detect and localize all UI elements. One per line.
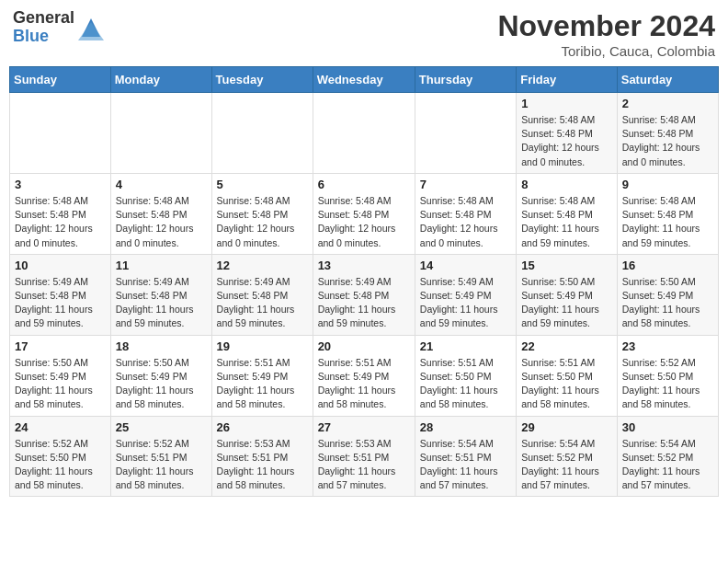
days-of-week-row: SundayMondayTuesdayWednesdayThursdayFrid…	[10, 67, 719, 93]
day-info: Sunrise: 5:48 AM Sunset: 5:48 PM Dayligh…	[217, 194, 308, 250]
day-number: 11	[116, 259, 207, 272]
calendar-cell	[313, 93, 415, 174]
calendar-cell: 29Sunrise: 5:54 AM Sunset: 5:52 PM Dayli…	[517, 416, 618, 497]
day-info: Sunrise: 5:52 AM Sunset: 5:50 PM Dayligh…	[622, 356, 713, 412]
day-number: 9	[622, 178, 713, 191]
calendar-cell: 19Sunrise: 5:51 AM Sunset: 5:49 PM Dayli…	[211, 335, 313, 416]
calendar-cell: 26Sunrise: 5:53 AM Sunset: 5:51 PM Dayli…	[211, 416, 313, 497]
logo: General Blue	[13, 9, 104, 46]
day-number: 7	[420, 178, 511, 191]
day-number: 26	[217, 420, 308, 434]
day-info: Sunrise: 5:48 AM Sunset: 5:48 PM Dayligh…	[622, 194, 713, 250]
location: Toribio, Cauca, Colombia	[497, 43, 715, 59]
day-info: Sunrise: 5:54 AM Sunset: 5:52 PM Dayligh…	[521, 437, 612, 493]
day-number: 15	[521, 259, 612, 272]
day-number: 24	[15, 420, 106, 434]
day-info: Sunrise: 5:48 AM Sunset: 5:48 PM Dayligh…	[622, 113, 713, 169]
calendar-cell: 12Sunrise: 5:49 AM Sunset: 5:48 PM Dayli…	[211, 254, 313, 335]
day-info: Sunrise: 5:54 AM Sunset: 5:52 PM Dayligh…	[622, 437, 713, 493]
week-row-0: 1Sunrise: 5:48 AM Sunset: 5:48 PM Daylig…	[10, 93, 719, 174]
calendar-cell: 2Sunrise: 5:48 AM Sunset: 5:48 PM Daylig…	[617, 93, 718, 174]
day-info: Sunrise: 5:51 AM Sunset: 5:50 PM Dayligh…	[420, 356, 511, 412]
calendar-cell: 24Sunrise: 5:52 AM Sunset: 5:50 PM Dayli…	[10, 416, 111, 497]
day-info: Sunrise: 5:52 AM Sunset: 5:50 PM Dayligh…	[15, 437, 106, 493]
day-header-thursday: Thursday	[415, 67, 516, 93]
calendar-cell: 28Sunrise: 5:54 AM Sunset: 5:51 PM Dayli…	[415, 416, 516, 497]
day-header-monday: Monday	[110, 67, 211, 93]
calendar-cell: 20Sunrise: 5:51 AM Sunset: 5:49 PM Dayli…	[313, 335, 415, 416]
day-number: 2	[622, 97, 713, 110]
day-number: 19	[217, 339, 308, 353]
day-info: Sunrise: 5:48 AM Sunset: 5:48 PM Dayligh…	[420, 194, 511, 250]
calendar-cell	[110, 93, 211, 174]
day-header-tuesday: Tuesday	[211, 67, 313, 93]
day-number: 14	[420, 259, 511, 272]
day-number: 28	[420, 420, 511, 434]
day-number: 8	[521, 178, 612, 191]
day-number: 1	[521, 97, 612, 110]
calendar-cell: 25Sunrise: 5:52 AM Sunset: 5:51 PM Dayli…	[110, 416, 211, 497]
day-header-friday: Friday	[517, 67, 618, 93]
page-header: General Blue November 2024 Toribio, Cauc…	[9, 9, 719, 59]
calendar-cell: 16Sunrise: 5:50 AM Sunset: 5:49 PM Dayli…	[617, 254, 718, 335]
calendar-cell: 9Sunrise: 5:48 AM Sunset: 5:48 PM Daylig…	[617, 173, 718, 254]
calendar-cell: 8Sunrise: 5:48 AM Sunset: 5:48 PM Daylig…	[517, 173, 618, 254]
day-number: 13	[318, 259, 410, 272]
day-number: 21	[420, 339, 511, 353]
day-info: Sunrise: 5:51 AM Sunset: 5:49 PM Dayligh…	[217, 356, 308, 412]
day-number: 27	[318, 420, 410, 434]
day-header-saturday: Saturday	[617, 67, 718, 93]
logo-text: General Blue	[13, 9, 74, 46]
day-info: Sunrise: 5:48 AM Sunset: 5:48 PM Dayligh…	[521, 194, 612, 250]
day-number: 6	[318, 178, 410, 191]
day-info: Sunrise: 5:49 AM Sunset: 5:48 PM Dayligh…	[217, 275, 308, 331]
day-header-sunday: Sunday	[10, 67, 111, 93]
day-number: 29	[521, 420, 612, 434]
day-info: Sunrise: 5:49 AM Sunset: 5:48 PM Dayligh…	[116, 275, 207, 331]
calendar-cell: 6Sunrise: 5:48 AM Sunset: 5:48 PM Daylig…	[313, 173, 415, 254]
calendar-cell: 3Sunrise: 5:48 AM Sunset: 5:48 PM Daylig…	[10, 173, 111, 254]
day-number: 18	[116, 339, 207, 353]
day-info: Sunrise: 5:48 AM Sunset: 5:48 PM Dayligh…	[521, 113, 612, 169]
calendar-table: SundayMondayTuesdayWednesdayThursdayFrid…	[9, 66, 719, 497]
calendar-cell	[211, 93, 313, 174]
week-row-4: 24Sunrise: 5:52 AM Sunset: 5:50 PM Dayli…	[10, 416, 719, 497]
calendar-cell: 14Sunrise: 5:49 AM Sunset: 5:49 PM Dayli…	[415, 254, 516, 335]
calendar-cell: 23Sunrise: 5:52 AM Sunset: 5:50 PM Dayli…	[617, 335, 718, 416]
day-info: Sunrise: 5:49 AM Sunset: 5:48 PM Dayligh…	[318, 275, 410, 331]
logo-general: General	[13, 9, 74, 28]
week-row-1: 3Sunrise: 5:48 AM Sunset: 5:48 PM Daylig…	[10, 173, 719, 254]
logo-blue: Blue	[13, 28, 74, 46]
calendar-header: SundayMondayTuesdayWednesdayThursdayFrid…	[10, 67, 719, 93]
calendar-cell: 1Sunrise: 5:48 AM Sunset: 5:48 PM Daylig…	[517, 93, 618, 174]
calendar-cell: 7Sunrise: 5:48 AM Sunset: 5:48 PM Daylig…	[415, 173, 516, 254]
calendar-cell: 21Sunrise: 5:51 AM Sunset: 5:50 PM Dayli…	[415, 335, 516, 416]
calendar-cell: 10Sunrise: 5:49 AM Sunset: 5:48 PM Dayli…	[10, 254, 111, 335]
day-number: 17	[15, 339, 106, 353]
calendar-cell: 30Sunrise: 5:54 AM Sunset: 5:52 PM Dayli…	[617, 416, 718, 497]
calendar-cell: 5Sunrise: 5:48 AM Sunset: 5:48 PM Daylig…	[211, 173, 313, 254]
day-number: 30	[622, 420, 713, 434]
calendar-cell: 27Sunrise: 5:53 AM Sunset: 5:51 PM Dayli…	[313, 416, 415, 497]
calendar-cell: 18Sunrise: 5:50 AM Sunset: 5:49 PM Dayli…	[110, 335, 211, 416]
day-info: Sunrise: 5:54 AM Sunset: 5:51 PM Dayligh…	[420, 437, 511, 493]
day-info: Sunrise: 5:51 AM Sunset: 5:49 PM Dayligh…	[318, 356, 410, 412]
calendar-cell: 15Sunrise: 5:50 AM Sunset: 5:49 PM Dayli…	[517, 254, 618, 335]
day-number: 3	[15, 178, 106, 191]
calendar-cell	[10, 93, 111, 174]
day-info: Sunrise: 5:52 AM Sunset: 5:51 PM Dayligh…	[116, 437, 207, 493]
day-number: 5	[217, 178, 308, 191]
day-number: 25	[116, 420, 207, 434]
day-info: Sunrise: 5:49 AM Sunset: 5:49 PM Dayligh…	[420, 275, 511, 331]
week-row-3: 17Sunrise: 5:50 AM Sunset: 5:49 PM Dayli…	[10, 335, 719, 416]
week-row-2: 10Sunrise: 5:49 AM Sunset: 5:48 PM Dayli…	[10, 254, 719, 335]
logo-icon	[78, 15, 104, 40]
svg-marker-1	[78, 22, 104, 40]
day-info: Sunrise: 5:50 AM Sunset: 5:49 PM Dayligh…	[521, 275, 612, 331]
calendar-cell: 4Sunrise: 5:48 AM Sunset: 5:48 PM Daylig…	[110, 173, 211, 254]
calendar-body: 1Sunrise: 5:48 AM Sunset: 5:48 PM Daylig…	[10, 93, 719, 497]
day-info: Sunrise: 5:48 AM Sunset: 5:48 PM Dayligh…	[116, 194, 207, 250]
day-info: Sunrise: 5:50 AM Sunset: 5:49 PM Dayligh…	[622, 275, 713, 331]
day-info: Sunrise: 5:53 AM Sunset: 5:51 PM Dayligh…	[217, 437, 308, 493]
title-block: November 2024 Toribio, Cauca, Colombia	[497, 9, 715, 59]
